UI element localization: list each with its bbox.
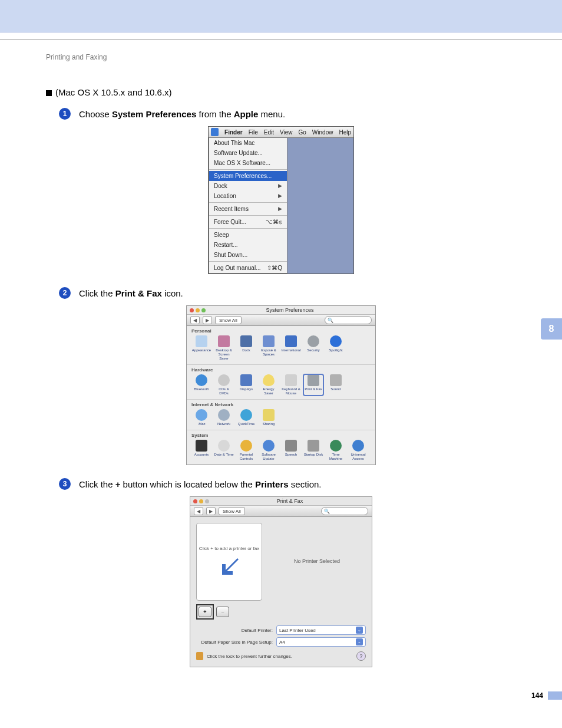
menu-shut-down[interactable]: Shut Down... — [209, 250, 287, 260]
menubar-go[interactable]: Go — [299, 129, 306, 136]
menu-mac-os-x-software[interactable]: Mac OS X Software... — [209, 158, 287, 168]
default-printer-select[interactable]: Last Printer Used⌄ — [276, 625, 366, 635]
search-icon: 🔍 — [328, 318, 333, 323]
back-button[interactable]: ◀ — [194, 507, 203, 515]
menu-location[interactable]: Location▶ — [209, 191, 287, 201]
printer-details-pane: No Printer Selected — [268, 523, 366, 599]
pref-displays[interactable]: Displays — [236, 374, 256, 396]
pref-keyboard-mouse[interactable]: Keyboard & Mouse — [281, 374, 301, 396]
pref-accounts[interactable]: Accounts — [191, 440, 211, 461]
chevron-updown-icon: ⌄ — [356, 638, 363, 645]
category-heading: Personal — [191, 328, 371, 334]
menu-software-update[interactable]: Software Update... — [209, 148, 287, 158]
pref-network[interactable]: Network — [214, 409, 234, 426]
chevron-updown-icon: ⌄ — [356, 627, 363, 634]
step-1-text: Choose System Preferences from the Apple… — [79, 108, 285, 120]
help-button[interactable]: ? — [356, 651, 366, 661]
show-all-button[interactable]: Show All — [215, 316, 242, 324]
chapter-tab: 8 — [541, 318, 562, 340]
zoom-window-icon[interactable] — [201, 308, 206, 312]
menubar-file[interactable]: File — [249, 129, 258, 136]
menubar-edit[interactable]: Edit — [264, 129, 274, 136]
menu-about-this-mac[interactable]: About This Mac — [209, 138, 287, 148]
pref-print-fax[interactable]: Print & Fax — [303, 374, 323, 396]
pref-dock[interactable]: Dock — [236, 335, 256, 361]
default-paper-size-select[interactable]: A4⌄ — [276, 637, 366, 647]
menu-force-quit[interactable]: Force Quit...⌥⌘⎋ — [209, 217, 287, 227]
pref-sharing[interactable]: Sharing — [259, 409, 279, 426]
menu-restart[interactable]: Restart... — [209, 240, 287, 250]
window-traffic-lights: System Preferences — [187, 306, 375, 314]
pref-startup-disk[interactable]: Startup Disk — [303, 440, 323, 461]
lock-icon[interactable] — [196, 652, 203, 660]
close-window-icon[interactable] — [193, 499, 197, 503]
forward-button[interactable]: ▶ — [206, 507, 216, 515]
pref-universal-access[interactable]: Universal Access — [348, 440, 368, 461]
search-icon: 🔍 — [324, 509, 330, 514]
step-badge-3: 3 — [59, 478, 71, 490]
search-input[interactable]: 🔍 — [325, 316, 372, 324]
pref-cds-dvds[interactable]: CDs & DVDs — [214, 374, 234, 396]
zoom-window-icon[interactable] — [205, 499, 209, 503]
back-button[interactable]: ◀ — [190, 316, 200, 324]
pref-desktop-screen-saver[interactable]: Desktop & Screen Saver — [214, 335, 234, 361]
menu-dock[interactable]: Dock▶ — [209, 181, 287, 191]
step-2: 2 Click the Print & Fax icon. — [46, 287, 516, 299]
section-heading: (Mac OS X 10.5.x and 10.6.x) — [46, 87, 516, 97]
page-number-accent — [548, 691, 562, 700]
sysprefs-toolbar: ◀ ▶ Show All 🔍 — [187, 314, 375, 326]
step-2-text: Click the Print & Fax icon. — [79, 287, 183, 299]
svg-marker-0 — [222, 558, 239, 575]
pref-energy-saver[interactable]: Energy Saver — [259, 374, 279, 396]
pref-dotmac[interactable]: .Mac — [191, 409, 211, 426]
chevron-right-icon: ▶ — [278, 193, 282, 199]
pref-speech[interactable]: Speech — [281, 440, 301, 461]
mac-menubar: Finder File Edit View Go Window Help — [209, 127, 353, 138]
page-number: 144 — [531, 691, 543, 700]
menu-recent-items[interactable]: Recent Items▶ — [209, 204, 287, 214]
menu-system-preferences[interactable]: System Preferences... — [209, 171, 287, 181]
apple-menu-dropdown: About This Mac Software Update... Mac OS… — [209, 138, 287, 274]
add-printer-button[interactable]: + — [199, 607, 211, 617]
category-heading: Hardware — [191, 367, 371, 373]
pref-sound[interactable]: Sound — [326, 374, 346, 396]
pref-expose-spaces[interactable]: Exposé & Spaces — [259, 335, 279, 361]
pref-parental-controls[interactable]: Parental Controls — [236, 440, 256, 461]
menubar-finder[interactable]: Finder — [224, 129, 243, 136]
close-window-icon[interactable] — [190, 308, 194, 312]
pref-security[interactable]: Security — [303, 335, 323, 361]
pref-date-time[interactable]: Date & Time — [214, 440, 234, 461]
minimize-window-icon[interactable] — [196, 308, 200, 312]
step-badge-2: 2 — [59, 287, 71, 299]
step-badge-1: 1 — [59, 108, 71, 120]
menu-sleep[interactable]: Sleep — [209, 230, 287, 240]
apple-logo-icon[interactable] — [211, 128, 219, 136]
no-printer-selected-label: No Printer Selected — [294, 558, 340, 564]
window-traffic-lights: Print & Fax — [190, 497, 372, 505]
default-printer-label: Default Printer: — [196, 628, 273, 633]
printers-empty-hint: Click + to add a printer or fax — [199, 546, 260, 551]
category-heading: Internet & Network — [191, 402, 371, 407]
minimize-window-icon[interactable] — [199, 499, 203, 503]
default-paper-size-label: Default Paper Size in Page Setup: — [196, 640, 273, 645]
pref-appearance[interactable]: Appearance — [191, 335, 211, 361]
pref-time-machine[interactable]: Time Machine — [326, 440, 346, 461]
pref-spotlight[interactable]: Spotlight — [326, 335, 346, 361]
pref-quicktime[interactable]: QuickTime — [236, 409, 256, 426]
menu-log-out[interactable]: Log Out manual...⇧⌘Q — [209, 263, 287, 273]
remove-printer-button[interactable]: – — [216, 607, 229, 617]
category-personal: Personal Appearance Desktop & Screen Sav… — [187, 326, 375, 365]
search-input[interactable]: 🔍 — [321, 507, 368, 515]
menubar-window[interactable]: Window — [312, 129, 333, 136]
pref-bluetooth[interactable]: Bluetooth — [191, 374, 211, 396]
pref-software-update[interactable]: Software Update — [259, 440, 279, 461]
menubar-view[interactable]: View — [280, 129, 293, 136]
window-title: System Preferences — [207, 307, 372, 313]
menubar-help[interactable]: Help — [339, 129, 351, 136]
pref-international[interactable]: International — [281, 335, 301, 361]
show-all-button[interactable]: Show All — [219, 507, 245, 515]
section-title-text: (Mac OS X 10.5.x and 10.6.x) — [55, 87, 172, 97]
forward-button[interactable]: ▶ — [203, 316, 212, 324]
lock-hint-text: Click the lock to prevent further change… — [207, 654, 292, 659]
breadcrumb: Printing and Faxing — [46, 53, 516, 61]
